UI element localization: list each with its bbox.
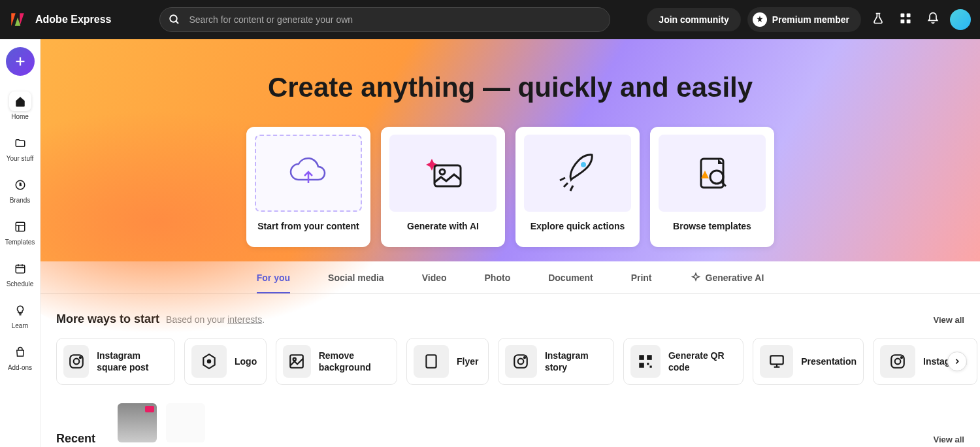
hero-card-label: Explore quick actions	[531, 221, 625, 231]
instagram-icon	[505, 345, 537, 378]
sidebar-item-learn[interactable]: Learn	[0, 297, 40, 333]
sidebar-item-label: Home	[11, 113, 29, 120]
app-title: Adobe Express	[35, 14, 111, 25]
search-icon	[169, 14, 180, 25]
hero-card-label: Generate with AI	[407, 221, 479, 231]
chevron-right-icon	[953, 357, 962, 366]
templates-icon	[14, 221, 26, 233]
sidebar-item-label: Brands	[10, 197, 31, 204]
hero-card-browse-templates[interactable]: Browse templates	[650, 127, 774, 247]
svg-point-0	[171, 15, 178, 22]
start-card-qr-code[interactable]: Generate QR code	[623, 338, 743, 385]
sidebar-item-label: Your stuff	[7, 155, 34, 162]
start-card-label: Presentation	[801, 356, 857, 367]
start-card-label: Instagram square post	[97, 350, 168, 373]
start-card-remove-bg[interactable]: Remove background	[276, 338, 397, 385]
svg-rect-3	[907, 14, 911, 18]
hero-card-start-from-content[interactable]: Start from your content	[246, 127, 370, 247]
start-card-logo[interactable]: Logo	[184, 338, 267, 385]
tab-label: Generative AI	[706, 273, 764, 283]
new-project-button[interactable]	[6, 47, 35, 76]
premium-label: Premium member	[772, 14, 849, 25]
start-card-instagram-post[interactable]: Instagram square post	[56, 338, 175, 385]
svg-point-29	[518, 359, 524, 365]
sidebar-item-home[interactable]: Home	[0, 88, 40, 124]
flyer-icon	[414, 345, 449, 378]
shopping-bag-icon	[14, 346, 26, 358]
start-card-label: Generate QR code	[668, 350, 736, 373]
svg-rect-33	[639, 363, 644, 368]
start-card-flyer[interactable]: Flyer	[406, 338, 489, 385]
join-community-button[interactable]: Join community	[647, 8, 740, 31]
view-all-link[interactable]: View all	[934, 435, 964, 444]
svg-rect-36	[770, 356, 783, 364]
premium-member-button[interactable]: Premium member	[747, 7, 861, 32]
apps-grid-icon[interactable]	[895, 8, 916, 31]
sidebar-item-schedule[interactable]: Schedule	[0, 255, 40, 291]
instagram-icon	[63, 345, 89, 378]
hero-title: Create anything — quickly and easily	[268, 72, 753, 103]
tab-print[interactable]: Print	[631, 261, 652, 293]
svg-rect-5	[907, 20, 911, 24]
upload-cloud-icon	[255, 135, 362, 212]
hero-card-label: Start from your content	[257, 221, 359, 231]
sidebar-item-label: Schedule	[7, 280, 34, 288]
sparkle-icon	[690, 272, 702, 284]
sidebar: Home Your stuff Brands Templates Schedul…	[0, 39, 41, 447]
recent-section: Recent View all	[41, 393, 980, 447]
hero-cards: Start from your content Generate with AI…	[246, 127, 774, 247]
sidebar-item-addons[interactable]: Add-ons	[0, 339, 40, 375]
svg-point-19	[710, 171, 723, 184]
start-cards-row: Instagram square post Logo Remove backgr…	[56, 338, 964, 385]
recent-items	[118, 403, 205, 442]
sidebar-item-label: Templates	[5, 239, 35, 246]
start-card-label: Logo	[235, 356, 257, 367]
instagram-icon	[880, 345, 915, 378]
search-container	[159, 7, 610, 32]
svg-rect-27	[426, 355, 436, 368]
notification-bell-icon[interactable]	[923, 8, 943, 31]
svg-line-1	[176, 21, 179, 24]
beaker-icon[interactable]	[868, 8, 889, 31]
svg-rect-2	[901, 14, 905, 18]
start-card-instagram-story[interactable]: Instagram story	[498, 338, 614, 385]
user-avatar[interactable]	[950, 9, 971, 30]
tab-photo[interactable]: Photo	[485, 261, 511, 293]
view-all-link[interactable]: View all	[934, 315, 964, 325]
tab-document[interactable]: Document	[548, 261, 593, 293]
tab-for-you[interactable]: For you	[257, 261, 290, 293]
tab-video[interactable]: Video	[422, 261, 447, 293]
remove-bg-icon	[283, 345, 311, 378]
start-card-label: Instagram story	[545, 350, 607, 373]
scroll-right-button[interactable]	[947, 352, 967, 371]
svg-rect-32	[647, 355, 652, 360]
sidebar-item-brands[interactable]: Brands	[0, 171, 40, 208]
calendar-icon	[14, 263, 26, 274]
folder-icon	[14, 137, 26, 149]
hero-card-quick-actions[interactable]: Explore quick actions	[515, 127, 640, 247]
lightbulb-icon	[14, 305, 26, 316]
main: Home Your stuff Brands Templates Schedul…	[0, 39, 980, 447]
section-title: Recent	[56, 432, 95, 446]
svg-rect-12	[16, 265, 25, 273]
tab-social-media[interactable]: Social media	[328, 261, 384, 293]
svg-point-24	[208, 360, 210, 363]
content: Create anything — quickly and easily Sta…	[41, 39, 980, 447]
svg-point-23	[79, 357, 80, 358]
start-card-presentation[interactable]: Presentation	[753, 338, 864, 385]
hero-card-label: Browse templates	[673, 221, 751, 231]
recent-item[interactable]	[166, 403, 205, 442]
sidebar-item-templates[interactable]: Templates	[0, 213, 40, 250]
tab-generative-ai[interactable]: Generative AI	[690, 261, 764, 293]
ai-image-icon	[389, 135, 497, 212]
search-input[interactable]	[159, 7, 610, 32]
hero-card-generate-ai[interactable]: Generate with AI	[381, 127, 505, 247]
svg-point-26	[293, 358, 296, 361]
sidebar-item-label: Add-ons	[8, 364, 32, 371]
sidebar-item-your-stuff[interactable]: Your stuff	[0, 129, 40, 166]
hero: Create anything — quickly and easily Sta…	[41, 39, 980, 261]
premium-badge-icon	[753, 12, 767, 27]
topbar: Adobe Express Join community Premium mem…	[0, 0, 980, 39]
svg-rect-34	[647, 363, 649, 365]
recent-item[interactable]	[118, 403, 157, 442]
